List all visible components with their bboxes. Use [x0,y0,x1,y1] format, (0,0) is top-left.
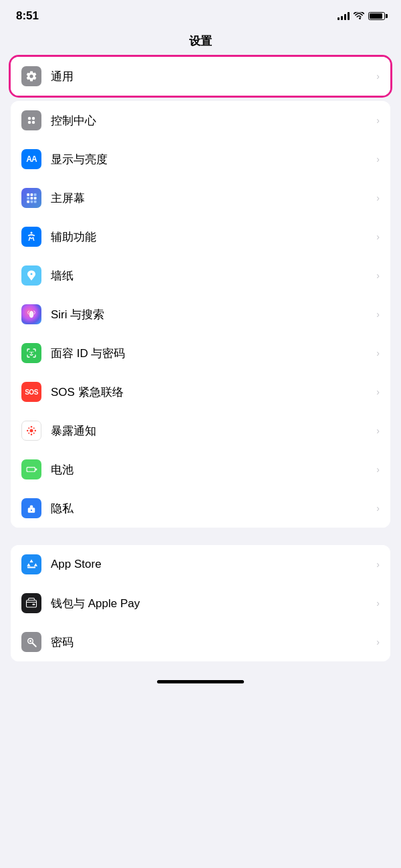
face-id-chevron: › [376,348,380,358]
svg-point-3 [32,121,35,124]
svg-rect-7 [27,197,29,200]
exposure-icon [21,421,41,441]
svg-point-20 [28,427,29,429]
svg-line-33 [33,643,36,647]
display-chevron: › [376,154,380,165]
app-store-chevron: › [376,559,380,570]
wallpaper-chevron: › [376,270,380,281]
page-title: 设置 [0,28,401,57]
svg-point-17 [31,434,33,436]
svg-rect-25 [35,469,37,471]
display-label: 显示与亮度 [51,152,371,167]
battery-chevron: › [376,464,380,475]
general-chevron: › [376,71,380,82]
svg-rect-6 [34,193,37,196]
wallpaper-label: 墙纸 [51,268,371,284]
privacy-icon [21,498,41,518]
svg-rect-8 [31,197,33,200]
wallet-label: 钱包与 Apple Pay [51,596,371,611]
siri-icon [21,304,41,324]
battery-icon [368,12,385,20]
svg-point-23 [33,433,35,434]
svg-rect-30 [27,601,37,608]
accessibility-icon [21,227,41,247]
sidebar-item-sos[interactable]: SOS SOS 紧急联络 › [11,372,390,411]
siri-label: Siri 与搜索 [51,307,371,322]
display-section: 控制中心 › AA 显示与亮度 › 主屏幕 › [11,101,390,528]
siri-chevron: › [376,309,380,320]
sos-icon: SOS [21,382,41,402]
apps-section: App Store › 钱包与 Apple Pay › 密码 › [11,545,390,661]
svg-point-15 [30,429,33,433]
app-store-label: App Store [51,558,371,571]
home-indicator [0,667,401,690]
svg-point-21 [33,427,35,429]
sidebar-item-general[interactable]: 通用 › [11,57,390,96]
svg-rect-11 [31,201,33,203]
svg-point-14 [29,311,34,318]
sidebar-item-control-center[interactable]: 控制中心 › [11,101,390,140]
wallet-icon [21,593,41,613]
svg-point-13 [31,232,33,234]
section-gap [0,533,401,545]
wifi-icon [354,12,364,20]
accessibility-label: 辅助功能 [51,229,371,245]
control-center-chevron: › [376,115,380,126]
exposure-label: 暴露通知 [51,423,371,439]
home-screen-icon [21,188,41,208]
svg-point-1 [32,117,35,120]
app-store-icon [21,554,41,574]
svg-point-0 [28,117,31,120]
sidebar-item-app-store[interactable]: App Store › [11,545,390,584]
status-time: 8:51 [16,9,39,23]
general-label: 通用 [51,69,371,84]
privacy-chevron: › [376,503,380,514]
sidebar-item-accessibility[interactable]: 辅助功能 › [11,217,390,256]
svg-point-18 [27,430,29,432]
sidebar-item-display[interactable]: AA 显示与亮度 › [11,140,390,179]
svg-rect-5 [31,193,33,196]
svg-point-19 [35,430,37,432]
svg-rect-4 [27,193,29,196]
sidebar-item-exposure[interactable]: 暴露通知 › [11,411,390,450]
status-bar: 8:51 [0,0,401,28]
privacy-label: 隐私 [51,501,371,516]
sidebar-item-privacy[interactable]: 隐私 › [11,489,390,528]
svg-rect-12 [34,201,37,203]
control-center-icon [21,110,41,130]
wallet-chevron: › [376,598,380,609]
sidebar-item-wallet[interactable]: 钱包与 Apple Pay › [11,584,390,623]
gear-icon [21,66,41,86]
passwords-chevron: › [376,637,380,647]
sidebar-item-home-screen[interactable]: 主屏幕 › [11,179,390,217]
sidebar-item-face-id[interactable]: 面容 ID 与密码 › [11,334,390,372]
passwords-label: 密码 [51,635,371,650]
status-icons [338,12,385,20]
svg-point-28 [31,510,32,511]
home-bar [157,680,244,683]
sidebar-item-wallpaper[interactable]: 墙纸 › [11,256,390,295]
face-id-icon [21,343,41,363]
svg-rect-26 [27,467,35,471]
face-id-label: 面容 ID 与密码 [51,346,371,361]
wallpaper-icon [21,265,41,286]
svg-point-34 [29,640,31,642]
control-center-label: 控制中心 [51,113,371,128]
accessibility-chevron: › [376,231,380,242]
svg-point-22 [28,433,29,434]
home-screen-chevron: › [376,193,380,203]
sidebar-item-battery[interactable]: 电池 › [11,450,390,489]
signal-icon [338,12,350,20]
home-screen-label: 主屏幕 [51,191,371,206]
display-icon: AA [21,149,41,169]
battery-label: 电池 [51,462,371,477]
svg-rect-10 [27,201,29,203]
exposure-chevron: › [376,425,380,436]
general-section: 通用 › [11,57,390,96]
sidebar-item-siri[interactable]: Siri 与搜索 › [11,295,390,334]
svg-point-2 [28,121,31,124]
svg-point-16 [31,426,33,428]
passwords-icon [21,632,41,652]
sos-chevron: › [376,387,380,397]
sidebar-item-passwords[interactable]: 密码 › [11,623,390,661]
